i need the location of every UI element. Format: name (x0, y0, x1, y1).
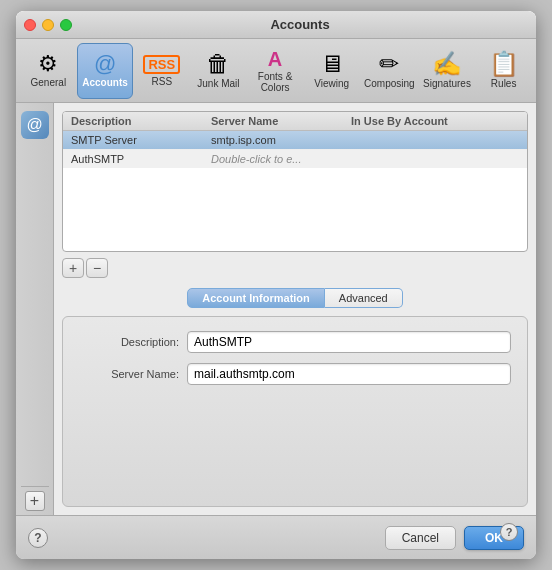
help-button[interactable]: ? (28, 528, 48, 548)
server-name-row: Server Name: (79, 363, 511, 385)
titlebar: Accounts (16, 11, 536, 39)
server-name-input[interactable] (187, 363, 511, 385)
remove-smtp-button[interactable]: − (86, 258, 108, 278)
tab-bar: Account Information Advanced (62, 288, 528, 308)
toolbar-accounts[interactable]: @ Accounts (77, 43, 134, 99)
toolbar-signatures[interactable]: ✍ Signatures (419, 43, 476, 99)
cancel-button[interactable]: Cancel (385, 526, 456, 550)
window-title: Accounts (72, 17, 528, 32)
toolbar-viewing-label: Viewing (314, 78, 349, 89)
toolbar-junk-mail-label: Junk Mail (197, 78, 239, 89)
right-help-button[interactable]: ? (500, 523, 518, 541)
rules-icon: 📋 (489, 52, 519, 76)
row-description: AuthSMTP (71, 153, 211, 165)
maximize-button[interactable] (60, 19, 72, 31)
fonts-colors-icon: A (268, 49, 282, 69)
row-inuse (351, 153, 519, 165)
main-window: Accounts ⚙ General @ Accounts RSS RSS 🗑 … (16, 11, 536, 559)
junk-mail-icon: 🗑 (206, 52, 230, 76)
minimize-button[interactable] (42, 19, 54, 31)
add-remove-buttons: + − (62, 258, 528, 278)
signatures-icon: ✍ (432, 52, 462, 76)
sidebar: @ + (16, 103, 54, 515)
col-header-inuse: In Use By Account (351, 115, 519, 127)
smtp-table-header: Description Server Name In Use By Accoun… (63, 112, 527, 131)
toolbar-fonts-colors[interactable]: A Fonts & Colors (247, 43, 304, 99)
sidebar-account-icon[interactable]: @ (21, 111, 49, 139)
toolbar-rules-label: Rules (491, 78, 517, 89)
general-icon: ⚙ (38, 53, 58, 75)
row-server: Double-click to e... (211, 153, 351, 165)
traffic-lights (24, 19, 72, 31)
right-panel: Description Server Name In Use By Accoun… (54, 103, 536, 515)
toolbar-signatures-label: Signatures (423, 78, 471, 89)
toolbar-viewing[interactable]: 🖥 Viewing (303, 43, 360, 99)
viewing-icon: 🖥 (320, 52, 344, 76)
row-server: smtp.isp.com (211, 134, 351, 146)
toolbar-composing-label: Composing (364, 78, 415, 89)
row-description: SMTP Server (71, 134, 211, 146)
close-button[interactable] (24, 19, 36, 31)
toolbar-composing[interactable]: ✏ Composing (360, 43, 419, 99)
accounts-icon: @ (94, 53, 116, 75)
toolbar-rules[interactable]: 📋 Rules (475, 43, 532, 99)
smtp-table-body: SMTP Server smtp.isp.com AuthSMTP Double… (63, 131, 527, 251)
tab-account-information[interactable]: Account Information (187, 288, 325, 308)
rss-icon: RSS (143, 55, 180, 74)
toolbar-junk-mail[interactable]: 🗑 Junk Mail (190, 43, 247, 99)
server-name-label: Server Name: (79, 368, 179, 380)
col-header-description: Description (71, 115, 211, 127)
form-panel: Description: Server Name: (62, 316, 528, 507)
main-content: @ + Description Server Name In Use By Ac… (16, 103, 536, 515)
toolbar-fonts-colors-label: Fonts & Colors (251, 71, 300, 93)
table-row[interactable]: AuthSMTP Double-click to e... (63, 150, 527, 168)
toolbar: ⚙ General @ Accounts RSS RSS 🗑 Junk Mail… (16, 39, 536, 103)
table-row[interactable]: SMTP Server smtp.isp.com (63, 131, 527, 150)
toolbar-rss-label: RSS (151, 76, 172, 87)
tab-advanced[interactable]: Advanced (325, 288, 403, 308)
description-row: Description: (79, 331, 511, 353)
toolbar-accounts-label: Accounts (82, 77, 128, 88)
toolbar-general[interactable]: ⚙ General (20, 43, 77, 99)
toolbar-rss[interactable]: RSS RSS (133, 43, 190, 99)
add-smtp-button[interactable]: + (62, 258, 84, 278)
smtp-table: Description Server Name In Use By Accoun… (62, 111, 528, 252)
description-input[interactable] (187, 331, 511, 353)
description-label: Description: (79, 336, 179, 348)
composing-icon: ✏ (379, 52, 399, 76)
col-header-server: Server Name (211, 115, 351, 127)
sidebar-add-button[interactable]: + (25, 491, 45, 511)
sidebar-bottom: + (21, 486, 49, 515)
row-inuse (351, 134, 519, 146)
toolbar-general-label: General (31, 77, 67, 88)
bottom-bar: ? Cancel OK (16, 515, 536, 559)
